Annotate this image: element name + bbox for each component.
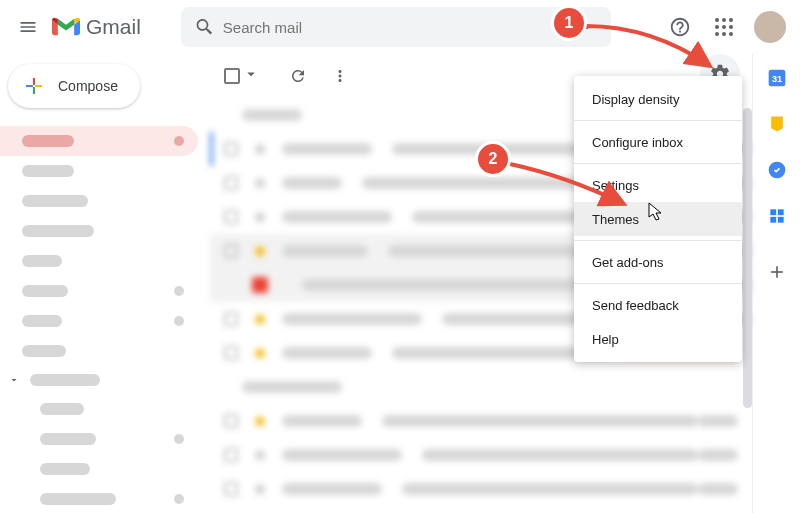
annotation-marker-1: 1 xyxy=(554,8,584,38)
svg-point-0 xyxy=(715,18,719,22)
annotation-marker-2: 2 xyxy=(478,144,508,174)
vertical-scrollbar[interactable] xyxy=(743,108,752,408)
side-panel: 31 xyxy=(752,54,800,513)
sidebar-expand-categories[interactable] xyxy=(0,366,210,394)
menu-send-feedback[interactable]: Send feedback xyxy=(574,288,742,322)
svg-rect-15 xyxy=(777,217,783,223)
svg-point-7 xyxy=(722,32,726,36)
sidebar-item[interactable] xyxy=(0,306,198,336)
addon-icon[interactable] xyxy=(767,206,787,226)
get-addons-plus-icon[interactable] xyxy=(767,262,787,282)
svg-point-4 xyxy=(722,25,726,29)
sidebar: Compose xyxy=(0,54,210,513)
svg-rect-13 xyxy=(777,209,783,215)
sidebar-subitem[interactable] xyxy=(0,394,198,424)
svg-point-5 xyxy=(729,25,733,29)
sidebar-item[interactable] xyxy=(0,276,198,306)
gmail-logo[interactable]: Gmail xyxy=(52,15,141,39)
svg-point-6 xyxy=(715,32,719,36)
sidebar-subitem[interactable] xyxy=(0,454,198,484)
refresh-icon[interactable] xyxy=(280,58,316,94)
svg-text:31: 31 xyxy=(771,74,781,84)
plus-icon xyxy=(22,74,46,98)
select-dropdown-icon[interactable] xyxy=(242,65,260,87)
sidebar-item[interactable] xyxy=(0,246,198,276)
more-icon[interactable] xyxy=(322,58,358,94)
menu-settings[interactable]: Settings xyxy=(574,168,742,202)
sidebar-item[interactable] xyxy=(0,216,198,246)
support-icon[interactable] xyxy=(660,7,700,47)
menu-get-addons[interactable]: Get add-ons xyxy=(574,245,742,279)
sidebar-item[interactable] xyxy=(0,156,198,186)
compose-button[interactable]: Compose xyxy=(8,64,140,108)
calendar-icon[interactable]: 31 xyxy=(767,68,787,88)
svg-rect-12 xyxy=(770,209,776,215)
svg-rect-14 xyxy=(770,217,776,223)
select-all-checkbox[interactable] xyxy=(224,68,240,84)
menu-configure-inbox[interactable]: Configure inbox xyxy=(574,125,742,159)
logo-text: Gmail xyxy=(86,15,141,39)
search-bar[interactable] xyxy=(181,7,611,47)
app-header: Gmail xyxy=(0,0,800,54)
search-icon[interactable] xyxy=(187,9,223,45)
sidebar-item-inbox[interactable] xyxy=(0,126,198,156)
svg-point-1 xyxy=(722,18,726,22)
sidebar-subitem[interactable] xyxy=(0,424,198,454)
svg-point-3 xyxy=(715,25,719,29)
menu-help[interactable]: Help xyxy=(574,322,742,356)
svg-point-2 xyxy=(729,18,733,22)
keep-icon[interactable] xyxy=(767,114,787,134)
mail-row[interactable] xyxy=(210,404,752,438)
sidebar-item[interactable] xyxy=(0,336,198,366)
mail-row[interactable] xyxy=(210,472,752,506)
mail-row[interactable] xyxy=(210,438,752,472)
compose-label: Compose xyxy=(58,78,118,94)
tasks-icon[interactable] xyxy=(767,160,787,180)
account-avatar[interactable] xyxy=(754,11,786,43)
sidebar-item[interactable] xyxy=(0,186,198,216)
svg-point-8 xyxy=(729,32,733,36)
search-input[interactable] xyxy=(223,19,569,36)
sidebar-subitem[interactable] xyxy=(0,484,198,513)
mouse-cursor-icon xyxy=(648,202,664,222)
main-menu-icon[interactable] xyxy=(8,7,48,47)
menu-display-density[interactable]: Display density xyxy=(574,82,742,116)
google-apps-icon[interactable] xyxy=(704,7,744,47)
